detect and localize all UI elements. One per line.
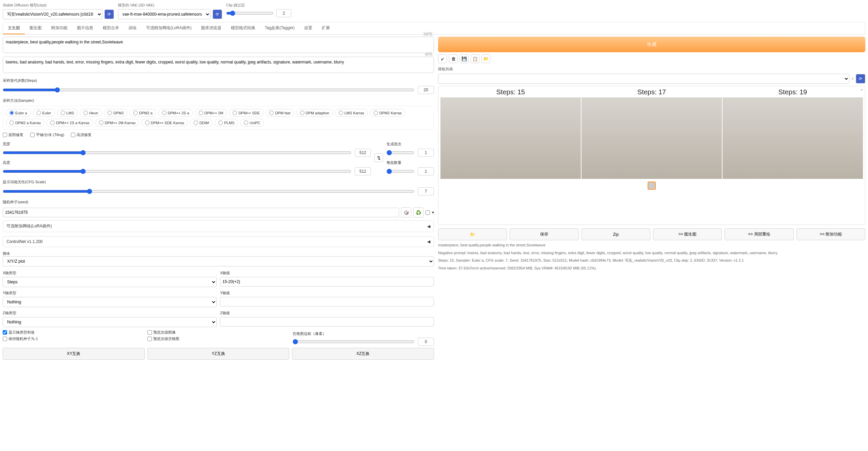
seed-dice-button[interactable]: 🎲 — [401, 207, 411, 218]
cfg-label: 提示词相关性(CFG Scale) — [3, 180, 434, 185]
width-value[interactable]: 512 — [355, 149, 371, 157]
hires-checkbox[interactable]: 高清修复 — [71, 132, 92, 137]
tab-extras[interactable]: 附加功能 — [46, 22, 72, 34]
seed-input[interactable] — [3, 208, 399, 217]
steps-slider[interactable] — [3, 87, 414, 93]
refresh-style-icon[interactable]: ⟳ — [856, 74, 865, 83]
tab-txt2img[interactable]: 文生图 — [3, 22, 25, 34]
prompt-input[interactable]: masterpiece, best quality,people walking… — [3, 37, 434, 53]
sampler-lmskarras[interactable]: LMS Karras — [335, 109, 368, 117]
send-extras-button[interactable]: >> 附加功能 — [796, 228, 865, 240]
tab-browser[interactable]: 图库浏览器 — [196, 22, 226, 34]
tab-settings[interactable]: 设置 — [299, 22, 317, 34]
send-img2img-button[interactable]: >> 图生图 — [653, 228, 722, 240]
sampler-euler-a[interactable]: Euler a — [6, 109, 31, 117]
trash-icon[interactable]: 🗑 — [449, 54, 458, 63]
height-value[interactable]: 512 — [355, 167, 371, 175]
width-slider[interactable] — [3, 150, 351, 155]
refresh-model-icon[interactable]: ⟳ — [104, 10, 114, 19]
tab-merge[interactable]: 模型合并 — [98, 22, 124, 34]
zip-button[interactable]: Zip — [581, 228, 650, 240]
tab-extensions[interactable]: 扩展 — [317, 22, 335, 34]
sampler-heun[interactable]: Heun — [80, 109, 102, 117]
sampler-lms[interactable]: LMS — [57, 109, 78, 117]
sampler-dpmpp2sa[interactable]: DPM++ 2S a — [158, 109, 193, 117]
batch-size-value[interactable]: 1 — [418, 167, 434, 175]
margin-slider[interactable] — [293, 339, 414, 344]
clipboard-icon[interactable]: 📋 — [471, 54, 479, 63]
tab-convert[interactable]: 模型格式转换 — [226, 22, 260, 34]
clear-style-icon[interactable]: × — [851, 76, 854, 81]
x-type-label: X轴类型 — [3, 270, 217, 276]
y-val-input[interactable] — [220, 297, 434, 306]
sampler-plms[interactable]: PLMS — [215, 119, 238, 127]
keep-seed-checkbox[interactable]: 保持随机种子为-1 — [3, 336, 144, 341]
x-type-select[interactable]: Steps — [3, 277, 217, 287]
swap-yz-button[interactable]: YZ互换 — [147, 348, 290, 360]
controlnet-accordion[interactable]: ControlNet v1.1.200◀ — [3, 236, 434, 247]
tab-lora[interactable]: 可选附加网络(LoRA插件) — [141, 22, 196, 34]
sampler-dpmadaptive[interactable]: DPM adaptive — [296, 109, 333, 117]
result-image-2[interactable] — [581, 97, 722, 179]
margin-value[interactable]: 0 — [418, 338, 434, 346]
z-val-input[interactable] — [220, 317, 434, 326]
thumbnail[interactable] — [648, 182, 656, 190]
sampler-dpmfast[interactable]: DPM fast — [265, 109, 294, 117]
swap-wh-button[interactable]: ⇅ — [374, 153, 383, 162]
include-sub-checkbox[interactable]: 预览次级图像 — [147, 330, 289, 335]
sampler-euler[interactable]: Euler — [33, 109, 55, 117]
cfg-value[interactable]: 7 — [418, 187, 434, 195]
style-select[interactable] — [438, 74, 849, 84]
swap-xz-button[interactable]: XZ互换 — [292, 348, 434, 360]
height-slider[interactable] — [3, 169, 351, 174]
tiling-checkbox[interactable]: 平铺/分块 (Tiling) — [30, 132, 64, 137]
negative-prompt-input[interactable]: lowres, bad anatomy, bad hands, text, er… — [3, 57, 434, 73]
tab-tagger[interactable]: Tag反推(Tagger) — [260, 22, 299, 34]
sampler-unipc[interactable]: UniPC — [240, 119, 264, 127]
script-select[interactable]: X/Y/Z plot — [3, 256, 434, 266]
sampler-dpmpp2mkarras[interactable]: DPM++ 2M Karras — [95, 119, 139, 127]
save-button[interactable]: 保存 — [510, 228, 578, 240]
y-type-select[interactable]: Nothing — [3, 297, 217, 307]
lora-accordion[interactable]: 可选附加网络(LoRA插件)◀ — [3, 220, 434, 232]
batch-size-slider[interactable] — [387, 169, 414, 174]
batch-count-slider[interactable] — [387, 150, 414, 155]
close-icon[interactable]: × — [861, 88, 863, 92]
tab-pnginfo[interactable]: 图片信息 — [72, 22, 98, 34]
sampler-dpmppsdekarras[interactable]: DPM++ SDE Karras — [141, 119, 188, 127]
swap-xy-button[interactable]: XY互换 — [3, 348, 145, 360]
steps-value[interactable]: 20 — [418, 86, 434, 94]
refresh-vae-icon[interactable]: ⟳ — [213, 10, 222, 19]
result-image-1[interactable] — [440, 97, 581, 179]
sampler-dpmpp2sakarras[interactable]: DPM++ 2S a Karras — [46, 119, 93, 127]
show-legend-checkbox[interactable]: 显示轴类型和值 — [3, 330, 144, 335]
batch-count-value[interactable]: 1 — [418, 149, 434, 157]
sampler-dpm2akarras[interactable]: DPM2 a Karras — [6, 119, 44, 127]
sampler-dpm2a[interactable]: DPM2 a — [130, 109, 156, 117]
vae-select[interactable]: vae-ft-mse-840000-ema-pruned.safetensors — [118, 9, 211, 19]
interrogate-icon[interactable]: ↙ — [438, 54, 447, 63]
include-grid-checkbox[interactable]: 预览次级宫格图 — [147, 336, 289, 341]
generate-button[interactable]: 生成 — [438, 37, 865, 52]
seed-extra-checkbox[interactable] — [426, 210, 430, 215]
folder-icon[interactable]: 📁 — [481, 54, 490, 63]
model-select[interactable]: 写实\realisticVisionV20_v20.safetensors [c… — [3, 9, 102, 19]
tab-img2img[interactable]: 图生图 — [25, 22, 46, 34]
open-folder-button[interactable]: 📁 — [438, 228, 507, 240]
result-image-3[interactable] — [723, 97, 863, 179]
clip-value[interactable]: 2 — [276, 9, 291, 17]
face-restore-checkbox[interactable]: 面部修复 — [3, 132, 23, 137]
clip-slider[interactable] — [226, 11, 274, 16]
tab-train[interactable]: 训练 — [124, 22, 141, 34]
x-val-input[interactable] — [220, 277, 434, 286]
send-inpaint-button[interactable]: >> 局部重绘 — [725, 228, 793, 240]
sampler-ddim[interactable]: DDIM — [190, 119, 213, 127]
seed-recycle-button[interactable]: ♻️ — [413, 207, 423, 218]
sampler-dpmpp2m[interactable]: DPM++ 2M — [195, 109, 227, 117]
sampler-dpm2[interactable]: DPM2 — [104, 109, 127, 117]
cfg-slider[interactable] — [3, 189, 414, 194]
save-icon[interactable]: 💾 — [460, 54, 469, 63]
sampler-dpmppsde[interactable]: DPM++ SDE — [229, 109, 263, 117]
z-type-select[interactable]: Nothing — [3, 317, 217, 327]
sampler-dpm2karras[interactable]: DPM2 Karras — [370, 109, 406, 117]
